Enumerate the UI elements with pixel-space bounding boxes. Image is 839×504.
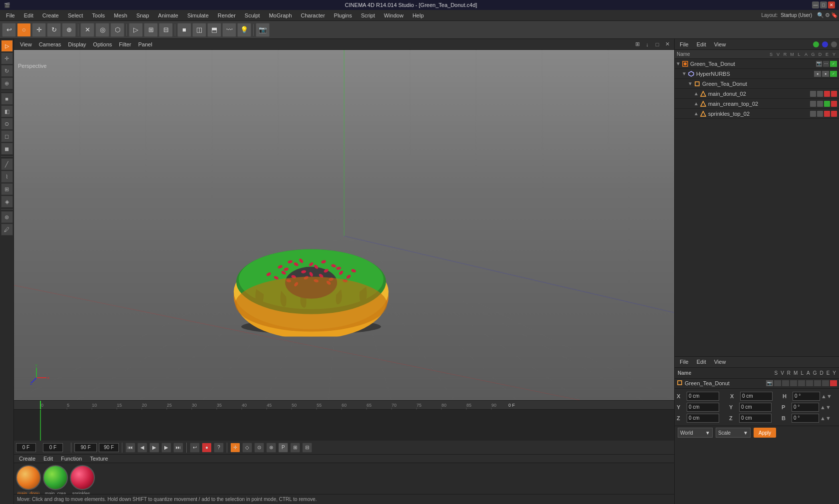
menu-select[interactable]: Select	[64, 11, 87, 19]
poly-mode[interactable]: ◼	[1, 143, 13, 155]
vp-menu-view[interactable]: View	[17, 40, 35, 48]
menu-mesh[interactable]: Mesh	[110, 11, 131, 19]
render-view-btn[interactable]: ▷	[129, 23, 143, 37]
am-y-pos[interactable]	[687, 403, 719, 412]
world-dropdown[interactable]: World ▼	[678, 428, 713, 438]
material-main-donut[interactable]: main_donu	[16, 465, 41, 496]
deformer-btn[interactable]: ⬒	[207, 23, 221, 37]
model-mode[interactable]: ■	[1, 93, 13, 105]
maximize-button[interactable]: □	[820, 1, 827, 8]
fps-input[interactable]	[99, 443, 119, 452]
mat-create[interactable]: Create	[16, 455, 38, 463]
record-btn[interactable]: ●	[202, 443, 212, 453]
frame-input-2[interactable]	[43, 443, 63, 452]
om-item-donut-child[interactable]: ▼ Green_Tea_Donut	[675, 79, 839, 89]
point-mode[interactable]: ⊙	[1, 118, 13, 130]
prev-frame-btn[interactable]: ◀	[137, 443, 147, 453]
param-btn[interactable]: P	[278, 443, 288, 453]
menu-render[interactable]: Render	[214, 11, 240, 19]
am-b-val[interactable]	[792, 414, 819, 423]
scale-btn[interactable]: ⊕	[62, 23, 76, 37]
go-end-btn[interactable]: ⏭	[173, 443, 183, 453]
help-btn[interactable]: ?	[214, 443, 224, 453]
om-item-cream[interactable]: ▲ main_cream_top_02	[675, 99, 839, 109]
om-item-main-donut[interactable]: ▲ main_donut_02	[675, 89, 839, 99]
vp-close[interactable]: ✕	[663, 40, 671, 48]
key-btn[interactable]: ◇	[242, 443, 252, 453]
next-frame-btn[interactable]: ▶	[161, 443, 171, 453]
minimize-button[interactable]: —	[812, 1, 819, 8]
edge-btn[interactable]: ⬡	[110, 23, 124, 37]
om-item-hypernurbs[interactable]: ▼ HyperNURBS ● ● ✓	[675, 69, 839, 79]
camera-btn[interactable]: 📷	[256, 23, 270, 37]
menu-tools[interactable]: Tools	[88, 11, 109, 19]
vp-menu-display[interactable]: Display	[65, 40, 89, 48]
vp-maximize[interactable]: □	[653, 40, 661, 48]
magnet-tool[interactable]: ⊛	[1, 211, 13, 223]
vp-menu-cameras[interactable]: Cameras	[36, 40, 64, 48]
settings-icon[interactable]: ⚙	[825, 12, 830, 18]
bridge-tool[interactable]: ⌇	[1, 171, 13, 183]
vp-menu-panel[interactable]: Panel	[135, 40, 155, 48]
auto-key-btn[interactable]: ⊙	[254, 443, 264, 453]
am-x2-pos[interactable]	[740, 392, 773, 401]
spline-btn[interactable]: 〰	[222, 23, 236, 37]
move-tool[interactable]: ✛	[1, 52, 13, 64]
close-button[interactable]: ✕	[828, 1, 835, 8]
end-frame-input[interactable]	[74, 443, 97, 452]
cube-primitive[interactable]: ■	[177, 23, 191, 37]
am-y2-pos[interactable]	[739, 403, 772, 412]
menu-edit[interactable]: Edit	[20, 11, 37, 19]
object-btn[interactable]: ✕	[80, 23, 94, 37]
am-h-val[interactable]	[793, 392, 820, 401]
apply-button[interactable]: Apply	[754, 428, 776, 438]
knife-tool[interactable]: ╱	[1, 158, 13, 170]
extrude-tool[interactable]: ⊞	[1, 183, 13, 195]
am-z-pos[interactable]	[687, 414, 719, 423]
select-tool[interactable]: ▷	[1, 40, 13, 52]
play-btn[interactable]: ▶	[149, 443, 159, 453]
render-btn[interactable]: ⊞	[144, 23, 158, 37]
menu-snap[interactable]: Snap	[132, 11, 153, 19]
am-z2-pos[interactable]	[739, 414, 772, 423]
polygon-btn[interactable]: ◎	[95, 23, 109, 37]
current-frame-input[interactable]	[16, 443, 36, 452]
scale-dropdown[interactable]: Scale ▼	[716, 428, 751, 438]
vp-menu-filter[interactable]: Filter	[116, 40, 134, 48]
undo-btn[interactable]: ↩	[2, 23, 16, 37]
bookmark-icon[interactable]: 🔖	[831, 12, 838, 18]
menu-character[interactable]: Character	[297, 11, 329, 19]
am-x-pos[interactable]	[687, 392, 719, 401]
nurbs-btn[interactable]: ◫	[192, 23, 206, 37]
redo-btn[interactable]: ○	[17, 23, 31, 37]
am-file[interactable]: File	[677, 358, 692, 366]
om-edit[interactable]: Edit	[694, 40, 709, 48]
light-btn[interactable]: 💡	[237, 23, 251, 37]
rotate-btn[interactable]: ↻	[47, 23, 61, 37]
om-item-root[interactable]: ▼ Green_Tea_Donut 📷 ⋯ ✓	[675, 59, 839, 69]
go-start-btn[interactable]: ⏮	[125, 443, 135, 453]
material-sprinkles[interactable]: sprinkles_	[70, 465, 95, 496]
texture-mode[interactable]: ◧	[1, 105, 13, 117]
move-btn[interactable]: ✛	[32, 23, 46, 37]
om-view[interactable]: View	[711, 40, 729, 48]
edge-mode[interactable]: ◻	[1, 130, 13, 142]
menu-plugins[interactable]: Plugins	[330, 11, 356, 19]
scale-tool[interactable]: ⊕	[1, 77, 13, 89]
menu-animate[interactable]: Animate	[154, 11, 182, 19]
motion-btn[interactable]: ⊛	[266, 443, 276, 453]
vp-icon-2[interactable]: ↓	[643, 40, 651, 48]
am-view[interactable]: View	[711, 358, 729, 366]
om-item-sprinkles[interactable]: ▲ sprinkles_top_02	[675, 109, 839, 119]
am-edit[interactable]: Edit	[694, 358, 709, 366]
menu-mograph[interactable]: MoGraph	[265, 11, 296, 19]
menu-simulate[interactable]: Simulate	[183, 11, 213, 19]
am-p-val[interactable]	[792, 403, 819, 412]
menu-create[interactable]: Create	[38, 11, 63, 19]
rotate-tool[interactable]: ↻	[1, 65, 13, 77]
timeline-playhead[interactable]	[40, 401, 41, 409]
grid-btn[interactable]: ⊞	[290, 443, 300, 453]
snap-btn[interactable]: ✛	[230, 443, 240, 453]
mat-edit[interactable]: Edit	[40, 455, 56, 463]
vp-icon-1[interactable]: ⊞	[633, 40, 641, 48]
